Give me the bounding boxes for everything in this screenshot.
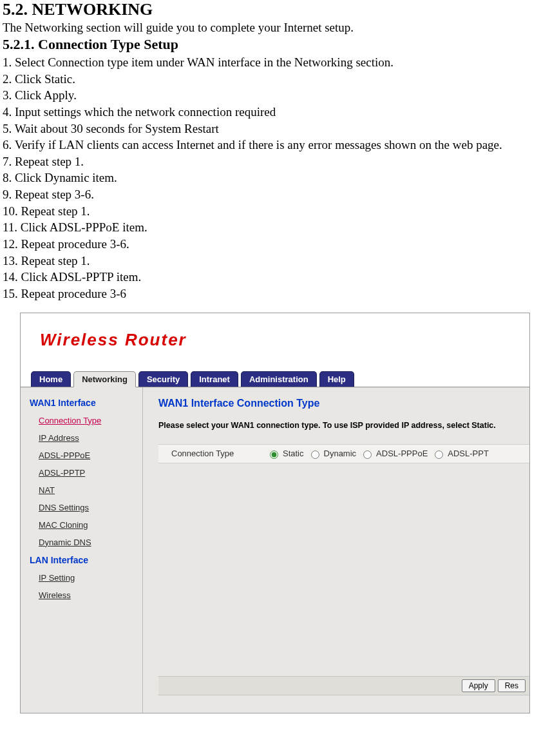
radio-adsl-pppoe-input[interactable] — [363, 451, 372, 459]
subsection-heading: 5.2.1. Connection Type Setup — [3, 36, 547, 53]
tab-intranet[interactable]: Intranet — [191, 371, 238, 387]
sidebar-item-connection-type[interactable]: Connection Type — [39, 416, 137, 425]
content-instruction: Please select your WAN1 connection type.… — [158, 421, 529, 430]
step-item: 6. Verify if LAN clients can access Inte… — [3, 137, 547, 153]
radio-adsl-pptp-label: ADSL-PPT — [448, 449, 489, 458]
sidebar-item-wireless[interactable]: Wireless — [39, 590, 137, 600]
router-header: Wireless Router — [21, 313, 529, 369]
sidebar-group-lan: LAN Interface — [30, 555, 137, 565]
connection-type-row: Connection Type Static Dynamic ADSL-P — [158, 444, 529, 463]
step-item: 2. Click Static. — [3, 71, 547, 88]
radio-adsl-pptp-input[interactable] — [435, 451, 443, 459]
step-item: 1. Select Connection type item under WAN… — [3, 54, 547, 71]
step-item: 5. Wait about 30 seconds for System Rest… — [3, 121, 547, 137]
radio-option-adsl-pppoe[interactable]: ADSL-PPPoE — [360, 449, 428, 459]
radio-static-label: Static — [283, 449, 304, 458]
brand-title: Wireless Router — [40, 330, 187, 350]
tab-administration[interactable]: Administration — [241, 371, 317, 387]
step-item: 8. Click Dynamic item. — [3, 170, 547, 186]
step-item: 4. Input settings which the network conn… — [3, 104, 547, 121]
step-item: 13. Repeat step 1. — [3, 253, 547, 269]
content-title: WAN1 Interface Connection Type — [158, 398, 529, 409]
radio-static-input[interactable] — [270, 451, 278, 459]
step-item: 9. Repeat step 3-6. — [3, 186, 547, 203]
radio-adsl-pppoe-label: ADSL-PPPoE — [376, 449, 428, 458]
step-item: 11. Click ADSL-PPPoE item. — [3, 219, 547, 236]
sidebar-item-adsl-pppoe[interactable]: ADSL-PPPoE — [39, 451, 137, 460]
apply-button[interactable]: Apply — [462, 679, 495, 692]
sidebar-item-dns-settings[interactable]: DNS Settings — [39, 503, 137, 512]
radio-dynamic-input[interactable] — [311, 451, 319, 459]
radio-group: Static Dynamic ADSL-PPPoE ADSL-PPT — [267, 449, 489, 459]
content-pane: WAN1 Interface Connection Type Please se… — [143, 387, 529, 713]
tab-help[interactable]: Help — [319, 371, 354, 387]
step-item: 10. Repeat step 1. — [3, 203, 547, 220]
tab-security[interactable]: Security — [138, 371, 188, 387]
tab-bar: Home Networking Security Intranet Admini… — [21, 369, 529, 387]
sidebar-item-ip-setting[interactable]: IP Setting — [39, 573, 137, 583]
tab-networking[interactable]: Networking — [73, 371, 136, 387]
sidebar: WAN1 Interface Connection Type IP Addres… — [21, 387, 143, 713]
step-item: 3. Click Apply. — [3, 87, 547, 104]
tab-home[interactable]: Home — [31, 371, 71, 387]
step-item: 15. Repeat procedure 3-6 — [3, 286, 547, 302]
sidebar-item-mac-cloning[interactable]: MAC Cloning — [39, 520, 137, 530]
radio-option-adsl-pptp[interactable]: ADSL-PPT — [431, 449, 489, 459]
step-item: 14. Click ADSL-PPTP item. — [3, 269, 547, 286]
button-bar: Apply Res — [158, 676, 529, 695]
intro-text: The Networking section will guide you to… — [3, 21, 547, 35]
step-item: 7. Repeat step 1. — [3, 153, 547, 170]
radio-option-static[interactable]: Static — [267, 449, 304, 459]
step-item: 12. Repeat procedure 3-6. — [3, 236, 547, 253]
steps-list: 1. Select Connection type item under WAN… — [3, 54, 547, 302]
sidebar-item-ip-address[interactable]: IP Address — [39, 433, 137, 443]
section-heading: 5.2. NETWORKING — [3, 0, 547, 19]
router-screenshot: Wireless Router Home Networking Security… — [20, 313, 530, 713]
sidebar-item-dynamic-dns[interactable]: Dynamic DNS — [39, 538, 137, 547]
row-label: Connection Type — [171, 449, 255, 458]
sidebar-item-adsl-pptp[interactable]: ADSL-PPTP — [39, 468, 137, 478]
sidebar-item-nat[interactable]: NAT — [39, 485, 137, 495]
radio-option-dynamic[interactable]: Dynamic — [308, 449, 357, 459]
sidebar-group-wan: WAN1 Interface — [30, 398, 137, 408]
reset-button[interactable]: Res — [498, 679, 526, 692]
radio-dynamic-label: Dynamic — [324, 449, 357, 458]
